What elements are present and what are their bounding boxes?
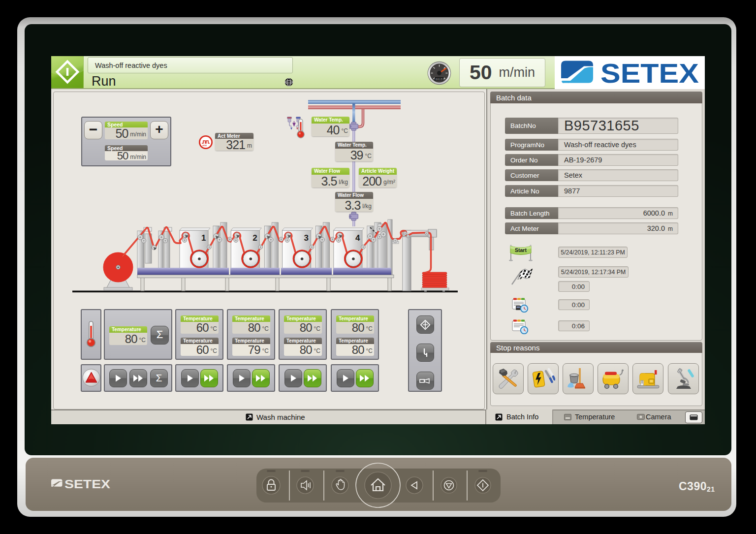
svg-text:3: 3 — [304, 233, 309, 243]
svg-text:0 0 1 5 3: 0 0 1 5 3 — [436, 78, 444, 81]
svg-text:SETEX: SETEX — [64, 478, 111, 491]
svg-text:4: 4 — [355, 233, 360, 243]
svg-text:SETEX: SETEX — [600, 61, 699, 86]
svg-text:#032: #032 — [202, 144, 207, 147]
svg-text:2: 2 — [252, 233, 257, 243]
svg-text:Start: Start — [515, 247, 527, 253]
svg-text:1: 1 — [201, 233, 206, 243]
